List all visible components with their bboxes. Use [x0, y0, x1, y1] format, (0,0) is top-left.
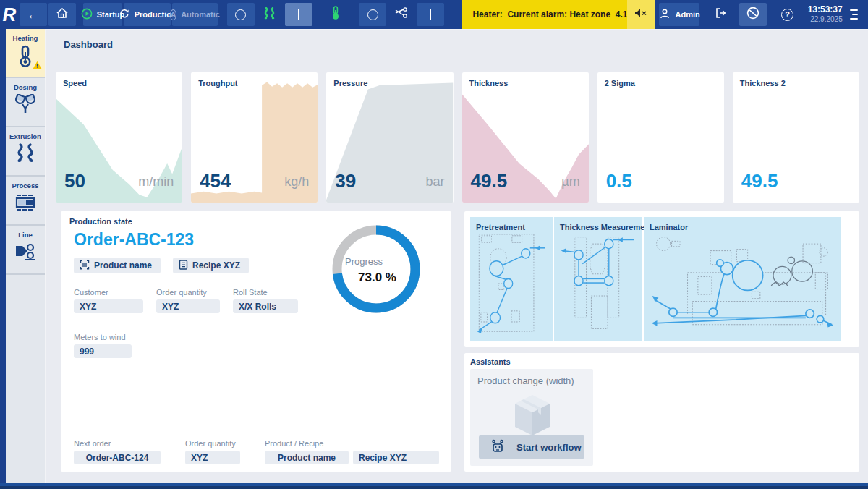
sidebar: Heating Dosing Extrusion Process: [6, 29, 45, 483]
main-content: Dashboard Speed 50 m/min Troughput 454 k…: [45, 29, 868, 483]
assistants-title: Assistants: [470, 357, 511, 366]
home-button[interactable]: [48, 3, 76, 26]
field-label: Order quantity: [156, 288, 220, 297]
kpi-card-troughput[interactable]: Troughput 454 kg/h: [191, 72, 318, 203]
scan-icon: [80, 260, 90, 272]
field-label: Meters to wind: [74, 333, 132, 341]
back-button[interactable]: ←: [20, 3, 47, 26]
kpi-card-thickness2[interactable]: Thickness 2 49.5: [733, 72, 859, 203]
progress-text: Progress 73.0 %: [345, 255, 396, 286]
prohibition-icon: [746, 6, 760, 23]
tile-label: Product change (width): [477, 375, 574, 386]
alarm-banner[interactable]: Heater: Current alarm: Heat zone 4.1: [462, 0, 655, 29]
menu-button[interactable]: [850, 9, 858, 20]
recipe-document-icon: [179, 260, 188, 272]
alarm-mute-button[interactable]: [627, 0, 655, 29]
sidebar-item-label: Process: [12, 182, 39, 190]
block-mode-button[interactable]: [739, 3, 767, 26]
app-logo[interactable]: R: [0, 0, 19, 29]
laminator-section[interactable]: Laminator: [644, 217, 841, 341]
kpi-card-pressure[interactable]: Pressure 39 bar: [326, 72, 453, 203]
progress-label: Progress: [345, 255, 396, 269]
help-button[interactable]: ?: [774, 3, 801, 26]
kpi-title: 2 Sigma: [605, 79, 635, 88]
on-bar-icon: [430, 9, 431, 20]
kpi-value: 49.5: [741, 170, 778, 192]
kpi-value: 0.5: [606, 170, 632, 192]
pretreatment-diagram: [476, 233, 547, 334]
thermometer-icon: [331, 6, 341, 23]
kpi-unit: kg/h: [284, 174, 309, 190]
page-header: Dashboard: [46, 30, 868, 59]
sidebar-item-dosing[interactable]: Dosing: [6, 78, 45, 127]
kpi-unit: bar: [425, 174, 444, 190]
mute-speaker-icon: [634, 7, 648, 22]
extruder-on-toggle[interactable]: [285, 3, 312, 26]
off-circle-icon: [235, 9, 246, 20]
field-label: Next order: [74, 439, 161, 448]
kpi-title: Thickness 2: [740, 79, 786, 88]
start-workflow-label: Start workflow: [516, 442, 582, 453]
order-quantity-value: XYZ: [156, 299, 220, 313]
heating-status: [322, 3, 349, 26]
chip-label: Product name: [94, 260, 152, 271]
product-name-chip: Product name: [74, 258, 161, 273]
next-order-row: Next order Order-ABC-124 Order quantity …: [74, 439, 439, 464]
customer-value: XYZ: [74, 299, 143, 313]
production-state-panel: Production state Order-ABC-123 Product n…: [61, 211, 451, 472]
help-icon: ?: [781, 9, 793, 21]
production-button[interactable]: Production: [124, 3, 171, 26]
robot-icon: [490, 439, 505, 456]
kpi-row: Speed 50 m/min Troughput 454 kg/h Pressu…: [56, 72, 859, 203]
production-state-title: Production state: [69, 217, 132, 226]
field-label: Order quantity: [185, 439, 240, 448]
order-fields: Customer XYZ Order quantity XYZ Roll Sta…: [74, 288, 298, 313]
time-text: 13:53:37: [808, 4, 843, 15]
product-change-tile[interactable]: Product change (width): [470, 369, 593, 466]
user-button[interactable]: Admin: [659, 3, 699, 26]
sidebar-item-label: Extrusion: [9, 132, 41, 140]
sidebar-item-process[interactable]: Process: [6, 177, 45, 226]
kpi-card-speed[interactable]: Speed 50 m/min: [56, 72, 182, 203]
order-title: Order-ABC-123: [74, 230, 194, 250]
sidebar-accent-strip: [0, 29, 6, 489]
winder-off-toggle[interactable]: [359, 3, 386, 26]
sidebar-item-label: Line: [18, 231, 33, 239]
next-product-value: Product name: [265, 451, 349, 464]
process-die-icon: [14, 192, 36, 216]
sidebar-item-heating[interactable]: Heating: [6, 29, 45, 78]
startup-button[interactable]: Startup: [83, 3, 122, 26]
cutter-icon: [394, 7, 409, 22]
progress-value: 73.0 %: [358, 269, 396, 287]
winder-on-toggle[interactable]: [417, 3, 444, 26]
date-text: 22.9.2025: [808, 15, 843, 25]
pretreatment-section[interactable]: Pretreatment: [470, 217, 553, 341]
roll-state-value: X/X Rolls: [233, 299, 298, 313]
field-label: Roll State: [233, 288, 298, 297]
sidebar-item-label: Heating: [13, 34, 38, 42]
start-workflow-button[interactable]: Start workflow: [479, 435, 584, 459]
kpi-unit: µm: [561, 174, 579, 190]
kpi-card-2sigma[interactable]: 2 Sigma 0.5: [597, 72, 724, 203]
assistants-panel: Assistants Product change (width): [464, 353, 859, 472]
progress-donut: Progress 73.0 %: [329, 222, 423, 316]
meters-to-wind-group: Meters to wind 999: [74, 333, 132, 358]
sidebar-item-line[interactable]: Line: [6, 226, 45, 275]
automatic-button[interactable]: A Automatic: [172, 3, 217, 26]
kpi-card-thickness[interactable]: Thickness 49.5 µm: [462, 72, 589, 203]
extruder-off-toggle[interactable]: [227, 3, 255, 26]
kpi-title: Pressure: [333, 79, 367, 88]
logo-glyph: R: [3, 4, 17, 26]
off-circle-icon: [367, 9, 378, 20]
order-chips: Product name Recipe XYZ: [74, 258, 249, 273]
home-icon: [56, 7, 69, 22]
warning-icon: [33, 59, 42, 72]
kpi-value: 454: [200, 170, 231, 192]
thickness-measurement-section[interactable]: Thickness Measurement: [554, 217, 642, 341]
sidebar-item-extrusion[interactable]: Extrusion: [6, 127, 45, 177]
logout-button[interactable]: [707, 3, 734, 26]
kpi-value: 50: [64, 170, 85, 192]
line-rollers-icon: [14, 242, 36, 265]
winder-cutter-status: [388, 3, 415, 26]
kpi-value: 39: [335, 170, 356, 192]
